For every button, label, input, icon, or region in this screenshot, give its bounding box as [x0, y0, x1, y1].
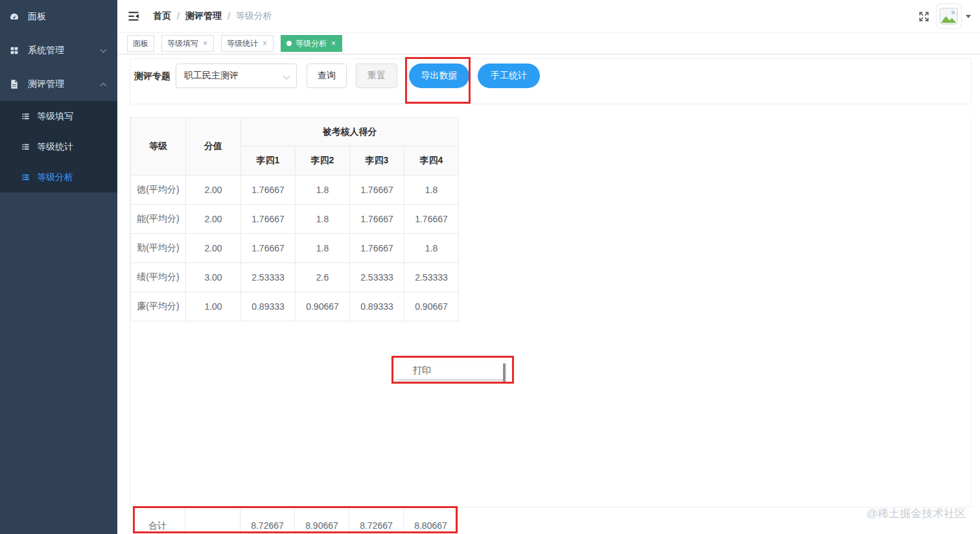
- form-icon: [9, 79, 19, 89]
- app-root: 面板 系统管理 测评管理 等级填写: [0, 0, 980, 534]
- cell-value: 1.76667: [241, 205, 296, 234]
- sidebar-item-dashboard[interactable]: 面板: [0, 0, 117, 34]
- top-navbar: 首页 / 测评管理 / 等级分析: [117, 0, 980, 32]
- cell-score: 2.00: [186, 176, 241, 205]
- tab-dashboard[interactable]: 面板: [127, 35, 154, 52]
- cell-score: 2.00: [186, 205, 241, 234]
- cell-value: 0.89333: [350, 292, 404, 321]
- cell-value: 0.90667: [296, 292, 350, 321]
- filter-panel: 测评专题 职工民主测评 查询 重置 导出数据 手工统计: [130, 58, 972, 104]
- cell-value: 1.8: [404, 234, 459, 263]
- cell-value: 1.8: [404, 176, 459, 205]
- export-data-button[interactable]: 导出数据: [409, 64, 469, 88]
- dashboard-icon: [9, 12, 19, 22]
- list-icon: [21, 172, 30, 182]
- fullscreen-icon[interactable]: [918, 10, 930, 23]
- cell-value: 2.6: [296, 263, 350, 292]
- tab-grade-stats[interactable]: 等级统计 ×: [221, 35, 274, 52]
- col-header-person: 李四1: [241, 146, 296, 176]
- total-value: 8.90667: [295, 507, 349, 534]
- cell-value: 2.53333: [404, 263, 459, 292]
- sidebar-item-label: 等级填写: [37, 111, 73, 122]
- active-tab-dot-icon: [286, 41, 292, 46]
- col-header-person: 李四4: [404, 146, 459, 176]
- col-header-person: 李四2: [296, 146, 350, 176]
- cell-grade: 绩(平均分): [131, 263, 186, 292]
- sidebar-item-label: 测评管理: [28, 78, 64, 90]
- close-icon[interactable]: ×: [202, 40, 208, 47]
- cell-score: 2.00: [186, 234, 241, 263]
- sidebar-item-grade-stats[interactable]: 等级统计: [0, 132, 117, 162]
- print-menu-item[interactable]: 打印: [395, 361, 504, 379]
- list-icon: [21, 111, 30, 121]
- manual-stats-button[interactable]: 手工统计: [478, 64, 540, 88]
- sidebar-item-label: 面板: [28, 11, 46, 23]
- total-row: 合计 8.72667 8.90667 8.72667 8.80667: [130, 507, 972, 534]
- tab-grade-analysis[interactable]: 等级分析 ×: [281, 35, 342, 52]
- table-row: 廉(平均分) 1.00 0.89333 0.90667 0.89333 0.90…: [131, 292, 459, 321]
- breadcrumb-evaluation[interactable]: 测评管理: [185, 10, 222, 22]
- breadcrumb-home[interactable]: 首页: [153, 10, 171, 22]
- table-row: 勤(平均分) 2.00 1.76667 1.8 1.76667 1.8: [131, 234, 459, 263]
- tab-label: 等级统计: [227, 38, 258, 49]
- cell-value: 1.76667: [241, 176, 296, 205]
- close-icon[interactable]: ×: [331, 40, 336, 47]
- col-header-group: 被考核人得分: [241, 118, 459, 146]
- col-header-person: 李四3: [350, 146, 404, 176]
- total-value: 8.72667: [240, 507, 295, 534]
- query-button[interactable]: 查询: [307, 64, 347, 88]
- breadcrumb-separator: /: [177, 11, 180, 21]
- watermark: @稀土掘金技术社区: [867, 506, 966, 521]
- topic-select-value: 职工民主测评: [184, 70, 239, 82]
- tab-label: 等级分析: [296, 38, 327, 49]
- table-row: 绩(平均分) 3.00 2.53333 2.6 2.53333 2.53333: [131, 263, 459, 292]
- table-row: 能(平均分) 2.00 1.76667 1.8 1.76667 1.76667: [131, 205, 459, 234]
- reset-button[interactable]: 重置: [356, 64, 397, 88]
- chevron-up-icon: [100, 82, 107, 89]
- cell-grade: 能(平均分): [131, 205, 186, 234]
- score-table: 等级 分值 被考核人得分 李四1 李四2 李四3 李四4 德(平均分) 2.00: [130, 117, 459, 321]
- hamburger-icon[interactable]: [127, 10, 140, 23]
- sidebar-item-system-management[interactable]: 系统管理: [0, 34, 117, 67]
- close-icon[interactable]: ×: [262, 40, 268, 47]
- cell-grade: 德(平均分): [131, 176, 186, 205]
- cell-value: 2.53333: [241, 263, 296, 292]
- cell-value: 1.76667: [350, 205, 404, 234]
- sidebar-submenu: 等级填写 等级统计 等级分析: [0, 101, 117, 192]
- sidebar-item-evaluation-management[interactable]: 测评管理: [0, 67, 117, 101]
- col-header-grade: 等级: [131, 118, 186, 176]
- topic-select[interactable]: 职工民主测评: [176, 64, 297, 88]
- sidebar-item-grade-fill[interactable]: 等级填写: [0, 101, 117, 132]
- sidebar: 面板 系统管理 测评管理 等级填写: [0, 0, 117, 534]
- cell-score: 1.00: [186, 292, 241, 321]
- sidebar-item-grade-analysis[interactable]: 等级分析: [0, 162, 117, 192]
- avatar[interactable]: [936, 3, 962, 29]
- cell-value: 1.76667: [241, 234, 296, 263]
- sidebar-item-label: 系统管理: [28, 45, 64, 56]
- avatar-dropdown-caret-icon[interactable]: [966, 15, 971, 18]
- navbar-right: [918, 3, 971, 29]
- breadcrumb-current: 等级分析: [236, 10, 272, 22]
- sidebar-item-label: 等级统计: [37, 141, 73, 153]
- cell-value: 1.8: [296, 205, 350, 234]
- total-label: 合计: [130, 507, 185, 534]
- chevron-down-icon: [100, 47, 107, 53]
- main-area: 首页 / 测评管理 / 等级分析 面板 等级填写: [117, 0, 980, 534]
- cell-value: 1.8: [296, 176, 350, 205]
- tab-label: 面板: [133, 38, 148, 49]
- total-score-cell: [185, 507, 240, 534]
- print-area: 等级 分值 被考核人得分 李四1 李四2 李四3 李四4 德(平均分) 2.00: [130, 117, 972, 534]
- cell-value: 0.90667: [404, 292, 459, 321]
- cell-value: 0.89333: [241, 292, 296, 321]
- total-value: 8.80667: [404, 507, 458, 534]
- cell-value: 1.76667: [404, 205, 459, 234]
- filter-label: 测评专题: [134, 64, 170, 88]
- grid-icon: [9, 45, 19, 56]
- breadcrumb-separator: /: [228, 11, 230, 21]
- cell-value: 1.76667: [350, 176, 404, 205]
- chevron-down-icon: [283, 72, 290, 79]
- tab-label: 等级填写: [167, 38, 198, 49]
- breadcrumb: 首页 / 测评管理 / 等级分析: [153, 10, 272, 22]
- cell-value: 1.8: [296, 234, 350, 263]
- tab-grade-fill[interactable]: 等级填写 ×: [161, 35, 214, 52]
